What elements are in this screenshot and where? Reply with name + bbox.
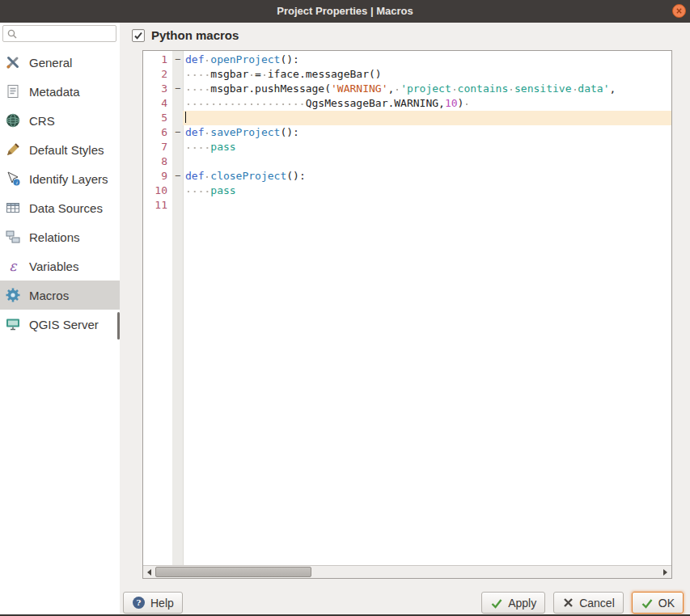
line-number[interactable]: 11 bbox=[143, 198, 172, 213]
code-text: msgbar.pushMessage('WARNING', 'project c… bbox=[183, 82, 671, 96]
fold-margin bbox=[172, 184, 183, 198]
fold-margin bbox=[172, 111, 183, 125]
editor-line-6[interactable]: 6−def saveProject(): bbox=[143, 125, 671, 140]
svg-text:ε: ε bbox=[10, 258, 18, 274]
line-number[interactable]: 2 bbox=[143, 67, 172, 82]
editor-line-1[interactable]: 1−def openProject(): bbox=[143, 53, 671, 67]
sidebar-nav: GeneralMetadataCRSDefault StylesiIdentif… bbox=[0, 48, 120, 339]
close-button[interactable] bbox=[672, 4, 686, 18]
fold-margin bbox=[172, 140, 183, 154]
editor-line-11[interactable]: 11 bbox=[143, 198, 671, 213]
fold-margin bbox=[172, 198, 183, 213]
ok-button-label: OK bbox=[658, 597, 675, 610]
sidebar-item-metadata[interactable]: Metadata bbox=[0, 77, 120, 106]
styles-icon bbox=[4, 141, 22, 158]
fold-marker-icon[interactable]: − bbox=[172, 82, 183, 96]
sidebar-item-default-styles[interactable]: Default Styles bbox=[0, 135, 120, 164]
right-arrow-icon bbox=[663, 569, 667, 576]
apply-button[interactable]: Apply bbox=[481, 592, 545, 614]
cancel-button[interactable]: Cancel bbox=[553, 592, 624, 614]
scrollbar-thumb[interactable] bbox=[155, 567, 311, 577]
sidebar-item-macros[interactable]: Macros bbox=[0, 281, 120, 310]
code-text: def openProject(): bbox=[183, 53, 671, 67]
ok-check-icon bbox=[641, 597, 654, 610]
cancel-x-icon bbox=[562, 597, 574, 609]
sidebar-item-label: Metadata bbox=[29, 85, 80, 99]
editor-line-10[interactable]: 10 pass bbox=[143, 184, 671, 198]
checkmark-icon bbox=[133, 31, 143, 40]
code-text bbox=[183, 111, 671, 125]
sidebar-item-label: Data Sources bbox=[29, 201, 103, 215]
svg-text:?: ? bbox=[137, 598, 142, 607]
apply-check-icon bbox=[490, 597, 503, 610]
sidebar-item-label: General bbox=[29, 56, 72, 70]
help-button[interactable]: ? Help bbox=[123, 592, 183, 614]
fold-marker-icon[interactable]: − bbox=[172, 169, 183, 184]
fold-margin bbox=[172, 154, 183, 169]
editor-line-4[interactable]: 4 QgsMessageBar.WARNING,10) bbox=[143, 96, 671, 111]
line-number[interactable]: 3 bbox=[143, 82, 172, 96]
sidebar-item-label: Relations bbox=[29, 230, 80, 244]
editor-line-7[interactable]: 7 pass bbox=[143, 140, 671, 154]
editor-line-8[interactable]: 8 bbox=[143, 154, 671, 169]
apply-button-label: Apply bbox=[508, 597, 536, 610]
fold-margin bbox=[172, 96, 183, 111]
code-text: msgbar = iface.messageBar() bbox=[183, 67, 671, 82]
editor-line-2[interactable]: 2 msgbar = iface.messageBar() bbox=[143, 67, 671, 82]
code-editor[interactable]: 1−def openProject():2 msgbar = iface.mes… bbox=[142, 50, 672, 579]
search-input[interactable] bbox=[21, 27, 112, 40]
search-icon bbox=[6, 28, 18, 40]
sidebar-item-label: Default Styles bbox=[29, 143, 104, 157]
line-number[interactable]: 4 bbox=[143, 96, 172, 111]
cancel-button-label: Cancel bbox=[579, 597, 615, 610]
left-arrow-icon bbox=[147, 569, 151, 576]
code-text: QgsMessageBar.WARNING,10) bbox=[183, 96, 671, 111]
horizontal-scrollbar[interactable] bbox=[143, 565, 671, 578]
python-macros-row: Python macros bbox=[132, 28, 239, 42]
fold-margin bbox=[172, 67, 183, 82]
sidebar-item-variables[interactable]: εVariables bbox=[0, 251, 120, 281]
sidebar-item-identify-layers[interactable]: iIdentify Layers bbox=[0, 164, 120, 193]
scroll-right-button[interactable] bbox=[659, 566, 671, 578]
help-icon: ? bbox=[132, 596, 146, 610]
editor-lines[interactable]: 1−def openProject():2 msgbar = iface.mes… bbox=[143, 51, 671, 565]
line-number[interactable]: 5 bbox=[143, 111, 172, 125]
help-button-label: Help bbox=[150, 597, 174, 610]
python-macros-checkbox[interactable] bbox=[132, 29, 145, 42]
project-properties-dialog: Project Properties | Macros GeneralMetad… bbox=[0, 0, 690, 616]
line-number[interactable]: 6 bbox=[143, 125, 172, 140]
sidebar-item-relations[interactable]: Relations bbox=[0, 222, 120, 251]
sidebar-item-label: Macros bbox=[29, 289, 69, 302]
line-number[interactable]: 7 bbox=[143, 140, 172, 154]
editor-line-9[interactable]: 9−def closeProject(): bbox=[143, 169, 671, 184]
window-title: Project Properties | Macros bbox=[0, 0, 690, 23]
line-number[interactable]: 1 bbox=[143, 53, 172, 67]
titlebar[interactable]: Project Properties | Macros bbox=[0, 0, 690, 23]
dialog-button-box: Apply Cancel OK bbox=[481, 592, 684, 614]
editor-line-5[interactable]: 5 bbox=[143, 111, 671, 125]
line-number[interactable]: 10 bbox=[143, 184, 172, 198]
editor-line-3[interactable]: 3− msgbar.pushMessage('WARNING', 'projec… bbox=[143, 82, 671, 96]
sidebar: GeneralMetadataCRSDefault StylesiIdentif… bbox=[0, 23, 120, 614]
relations-icon bbox=[4, 228, 22, 246]
sidebar-item-general[interactable]: General bbox=[0, 48, 120, 77]
code-text bbox=[183, 154, 671, 169]
fold-marker-icon[interactable]: − bbox=[172, 53, 183, 67]
line-number[interactable]: 8 bbox=[143, 154, 172, 169]
sidebar-item-qgis-server[interactable]: QGIS Server bbox=[0, 310, 120, 339]
sidebar-item-data-sources[interactable]: Data Sources bbox=[0, 193, 120, 222]
server-icon bbox=[4, 315, 22, 333]
scroll-left-button[interactable] bbox=[143, 566, 155, 578]
macros-icon bbox=[4, 286, 22, 304]
identify-icon: i bbox=[4, 170, 22, 188]
sidebar-item-label: Variables bbox=[29, 259, 78, 273]
sidebar-scrollbar[interactable] bbox=[117, 312, 120, 340]
sidebar-item-crs[interactable]: CRS bbox=[0, 106, 120, 135]
python-macros-label: Python macros bbox=[151, 28, 239, 42]
fold-marker-icon[interactable]: − bbox=[172, 125, 183, 140]
line-number[interactable]: 9 bbox=[143, 169, 172, 184]
code-text: def saveProject(): bbox=[183, 125, 671, 140]
ok-button[interactable]: OK bbox=[632, 592, 684, 614]
sidebar-search[interactable] bbox=[2, 25, 116, 42]
metadata-icon bbox=[4, 82, 22, 100]
